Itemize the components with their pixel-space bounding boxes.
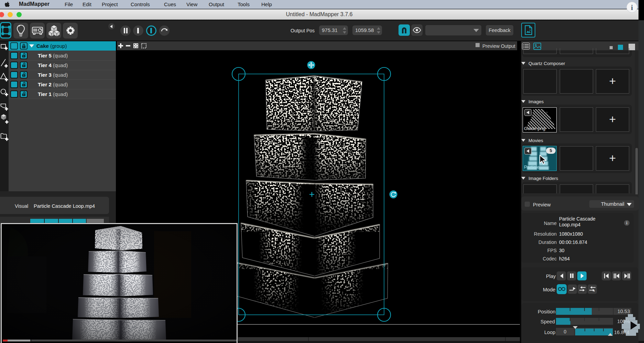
svg-text:s: s <box>593 289 595 292</box>
